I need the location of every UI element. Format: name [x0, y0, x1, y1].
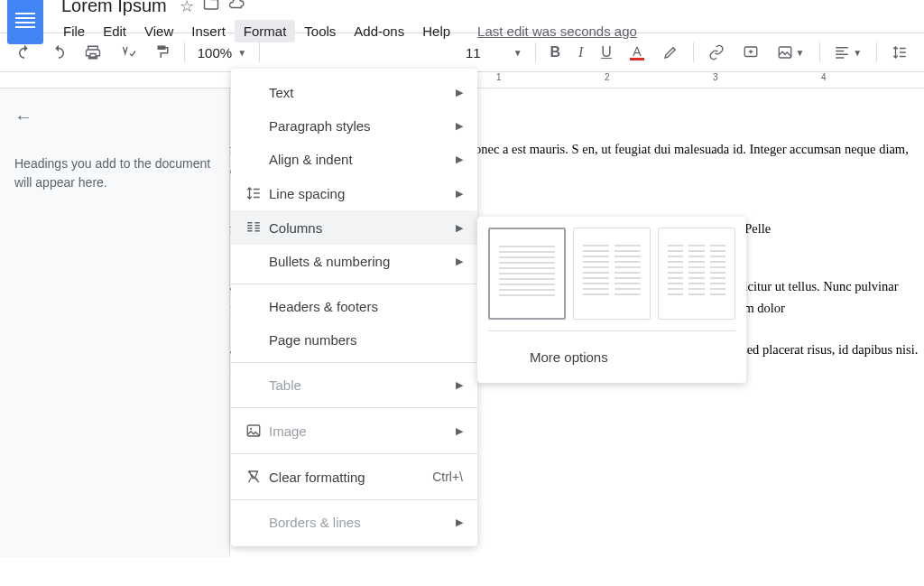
- submenu-arrow-icon: ▶: [456, 87, 463, 98]
- toolbar-separator: [184, 42, 185, 62]
- toolbar-separator: [535, 42, 536, 62]
- print-button[interactable]: [78, 39, 108, 66]
- menu-item-label: Headers & footers: [269, 299, 463, 314]
- submenu-arrow-icon: ▶: [456, 516, 463, 528]
- image-icon: [245, 423, 269, 439]
- dropdown-separator: [231, 362, 477, 363]
- format-menu-item: Table▶: [231, 368, 477, 402]
- paint-format-button[interactable]: [146, 39, 177, 66]
- format-menu-item[interactable]: Bullets & numbering▶: [231, 245, 477, 278]
- ruler-mark: 4: [821, 72, 827, 82]
- columns-icon: [245, 219, 269, 236]
- submenu-arrow-icon: ▶: [456, 379, 463, 391]
- move-icon[interactable]: [203, 0, 219, 16]
- menu-item-label: Borders & lines: [269, 515, 456, 530]
- ruler-mark: 1: [496, 72, 502, 82]
- ruler-mark: 3: [713, 72, 718, 82]
- format-menu-item[interactable]: Line spacing▶: [231, 176, 477, 210]
- align-button[interactable]: ▼: [827, 39, 869, 66]
- menu-tools[interactable]: Tools: [295, 20, 345, 42]
- font-size-select[interactable]: 11▼: [460, 45, 528, 60]
- menu-item-label: Align & indent: [269, 152, 456, 167]
- italic-button[interactable]: I: [571, 39, 590, 66]
- title-bar: Lorem Ipsum ☆ File Edit View Insert Form…: [0, 0, 924, 33]
- menu-item-label: Page numbers: [269, 332, 463, 348]
- menu-insert[interactable]: Insert: [182, 20, 235, 42]
- text-color-button[interactable]: A: [623, 39, 651, 66]
- format-menu-item[interactable]: Clear formattingCtrl+\: [231, 460, 477, 494]
- menu-item-label: Image: [269, 423, 456, 439]
- zoom-select[interactable]: 100%▼: [192, 45, 252, 60]
- menu-item-label: Columns: [269, 220, 456, 236]
- document-title[interactable]: Lorem Ipsum: [58, 0, 171, 18]
- submenu-arrow-icon: ▶: [456, 256, 463, 267]
- format-menu-item[interactable]: Columns▶: [231, 210, 477, 245]
- format-menu-item: Image▶: [231, 414, 477, 448]
- ruler-mark: 2: [605, 72, 610, 82]
- menu-format[interactable]: Format: [235, 20, 296, 42]
- insert-image-button[interactable]: ▼: [770, 39, 812, 66]
- bold-button[interactable]: B: [542, 39, 568, 66]
- line-spacing-button[interactable]: [884, 39, 915, 66]
- format-menu-item: Borders & lines▶: [231, 506, 477, 539]
- menu-help[interactable]: Help: [413, 20, 459, 42]
- outline-back-icon[interactable]: ←: [14, 107, 215, 127]
- submenu-separator: [488, 330, 735, 331]
- underline-button[interactable]: U: [594, 39, 619, 66]
- columns-more-options[interactable]: More options: [526, 342, 735, 372]
- cloud-status-icon[interactable]: [228, 0, 245, 16]
- columns-1-option[interactable]: [488, 228, 566, 320]
- format-dropdown: Text▶Paragraph styles▶Align & indent▶Lin…: [231, 69, 477, 546]
- add-comment-button[interactable]: [735, 39, 766, 66]
- submenu-arrow-icon: ▶: [456, 153, 463, 165]
- columns-submenu: More options: [477, 217, 746, 383]
- toolbar-separator: [259, 42, 260, 62]
- menu-item-label: Clear formatting: [269, 470, 432, 485]
- dropdown-separator: [231, 407, 477, 408]
- menu-item-label: Paragraph styles: [269, 118, 456, 134]
- format-menu-item[interactable]: Headers & footers: [231, 290, 477, 323]
- title-row: Lorem Ipsum ☆: [54, 0, 637, 18]
- toolbar-separator: [693, 42, 694, 62]
- submenu-arrow-icon: ▶: [456, 425, 463, 437]
- toolbar-separator: [876, 42, 877, 62]
- format-menu-item[interactable]: Align & indent▶: [231, 143, 477, 176]
- last-edit-link[interactable]: Last edit was seconds ago: [477, 23, 637, 39]
- dropdown-separator: [231, 499, 477, 500]
- line-spacing-icon: [245, 185, 269, 201]
- dropdown-separator: [231, 453, 477, 454]
- menu-item-label: Bullets & numbering: [269, 254, 456, 269]
- spellcheck-button[interactable]: [112, 39, 143, 66]
- svg-point-3: [250, 428, 252, 430]
- outline-panel: ← Headings you add to the document will …: [0, 88, 230, 557]
- format-menu-item[interactable]: Paragraph styles▶: [231, 109, 477, 143]
- columns-2-option[interactable]: [573, 228, 651, 320]
- submenu-arrow-icon: ▶: [456, 222, 463, 234]
- highlight-button[interactable]: [655, 39, 686, 66]
- format-menu-item[interactable]: Page numbers: [231, 323, 477, 357]
- submenu-arrow-icon: ▶: [456, 120, 463, 132]
- menu-addons[interactable]: Add-ons: [345, 20, 413, 42]
- column-layout-options: [488, 228, 735, 320]
- submenu-arrow-icon: ▶: [456, 188, 463, 200]
- undo-button[interactable]: [9, 39, 40, 66]
- menu-shortcut: Ctrl+\: [432, 470, 463, 484]
- clear-icon: [245, 469, 269, 485]
- insert-link-button[interactable]: [701, 39, 732, 66]
- menu-item-label: Table: [269, 377, 456, 393]
- redo-button[interactable]: [43, 39, 74, 66]
- format-menu-item[interactable]: Text▶: [231, 76, 477, 109]
- dropdown-separator: [231, 284, 477, 284]
- docs-logo-icon[interactable]: [7, 0, 43, 44]
- toolbar-separator: [819, 42, 820, 62]
- outline-placeholder: Headings you add to the document will ap…: [14, 154, 215, 192]
- svg-rect-1: [779, 47, 791, 58]
- columns-3-option[interactable]: [658, 228, 735, 320]
- menu-item-label: Line spacing: [269, 186, 456, 201]
- menu-item-label: Text: [269, 85, 456, 100]
- star-icon[interactable]: ☆: [180, 0, 194, 16]
